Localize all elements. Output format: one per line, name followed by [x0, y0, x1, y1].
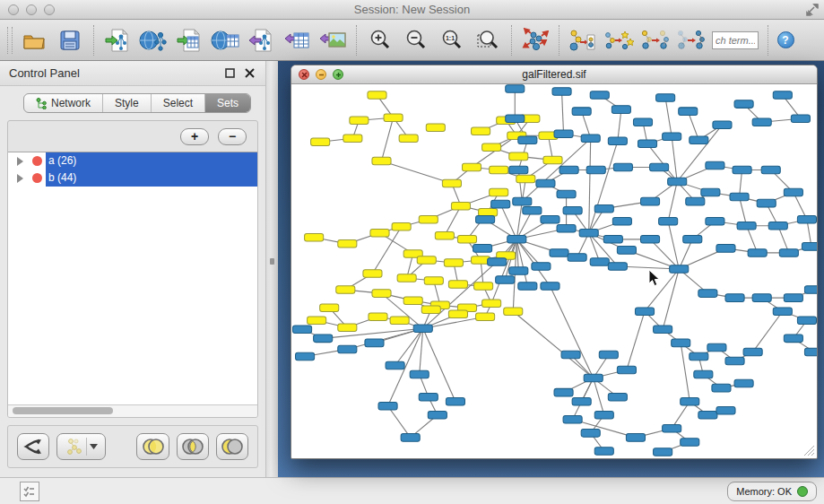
- graph-node[interactable]: [698, 411, 717, 419]
- graph-node[interactable]: [338, 324, 357, 332]
- graph-node[interactable]: [490, 166, 508, 174]
- graph-node[interactable]: [608, 263, 627, 271]
- graph-node[interactable]: [401, 434, 420, 442]
- union-sets-button[interactable]: [136, 433, 169, 460]
- graph-node[interactable]: [446, 397, 464, 405]
- graph-node[interactable]: [737, 222, 756, 230]
- graph-node[interactable]: [424, 277, 443, 285]
- graph-node[interactable]: [448, 281, 467, 289]
- graph-node[interactable]: [426, 124, 445, 132]
- graph-node[interactable]: [638, 140, 656, 148]
- graph-node[interactable]: [659, 217, 678, 225]
- graph-node[interactable]: [541, 215, 559, 223]
- graph-node[interactable]: [397, 274, 416, 282]
- graph-node[interactable]: [482, 143, 501, 152]
- graph-edge[interactable]: [423, 328, 455, 401]
- graph-node[interactable]: [590, 258, 609, 266]
- import-table-from-web-button[interactable]: [207, 23, 243, 57]
- graph-node[interactable]: [296, 352, 315, 361]
- network-graph[interactable]: [291, 84, 817, 458]
- graph-node[interactable]: [603, 236, 622, 244]
- export-table-button[interactable]: [279, 23, 315, 57]
- graph-node[interactable]: [725, 294, 744, 302]
- graph-edge[interactable]: [618, 109, 621, 141]
- network-window-titlebar[interactable]: galFiltered.sif: [291, 65, 817, 84]
- fullscreen-toggle-icon[interactable]: [804, 3, 819, 17]
- graph-node[interactable]: [654, 448, 672, 456]
- graph-edge[interactable]: [740, 197, 747, 226]
- network-canvas[interactable]: [291, 84, 817, 458]
- graph-node[interactable]: [491, 200, 510, 208]
- graph-node[interactable]: [419, 215, 438, 223]
- graph-node[interactable]: [784, 188, 802, 196]
- graph-node[interactable]: [707, 343, 726, 352]
- graph-node[interactable]: [586, 166, 605, 174]
- graph-node[interactable]: [343, 135, 362, 143]
- toolbar-drag-handle[interactable]: [7, 27, 13, 54]
- import-table-from-file-button[interactable]: [171, 23, 207, 57]
- graph-node[interactable]: [518, 136, 537, 144]
- graph-node[interactable]: [518, 282, 537, 291]
- graph-edge[interactable]: [382, 117, 394, 161]
- graph-node[interactable]: [378, 402, 397, 410]
- graph-node[interactable]: [550, 249, 568, 257]
- graph-node[interactable]: [608, 393, 627, 401]
- graph-node[interactable]: [369, 313, 387, 321]
- graph-node[interactable]: [656, 94, 675, 102]
- graph-node[interactable]: [336, 286, 355, 294]
- remove-set-button[interactable]: −: [218, 128, 247, 145]
- graph-node[interactable]: [504, 308, 523, 316]
- graph-node[interactable]: [563, 206, 582, 214]
- graph-node[interactable]: [768, 222, 787, 230]
- graph-edge[interactable]: [663, 269, 679, 329]
- expand-triangle-icon[interactable]: [17, 157, 23, 166]
- scrollbar-thumb[interactable]: [13, 407, 113, 414]
- graph-node[interactable]: [559, 166, 578, 174]
- graph-node[interactable]: [541, 282, 559, 291]
- graph-node[interactable]: [686, 197, 705, 205]
- graph-node[interactable]: [305, 234, 324, 242]
- export-network-button[interactable]: [243, 23, 279, 57]
- graph-node[interactable]: [581, 430, 600, 438]
- tab-select[interactable]: Select: [152, 94, 205, 112]
- graph-node[interactable]: [635, 308, 654, 316]
- graph-edge[interactable]: [627, 311, 645, 369]
- tab-style[interactable]: Style: [103, 94, 152, 112]
- graph-node[interactable]: [462, 163, 481, 171]
- graph-node[interactable]: [532, 263, 551, 271]
- graph-node[interactable]: [506, 115, 525, 123]
- graph-edge[interactable]: [672, 136, 677, 181]
- window-resize-grip[interactable]: [801, 442, 815, 456]
- import-network-from-file-button[interactable]: [100, 23, 135, 57]
- graph-node[interactable]: [472, 127, 490, 135]
- graph-node[interactable]: [490, 188, 508, 196]
- graph-node[interactable]: [543, 156, 562, 164]
- graph-node[interactable]: [506, 85, 525, 93]
- zoom-actual-size-button[interactable]: 1:1: [434, 23, 470, 57]
- close-panel-button[interactable]: [242, 66, 256, 81]
- graph-node[interactable]: [791, 115, 810, 123]
- graph-node[interactable]: [448, 310, 467, 318]
- zoom-out-button[interactable]: [398, 23, 434, 57]
- graph-node[interactable]: [590, 91, 609, 100]
- graph-edge[interactable]: [388, 406, 411, 438]
- add-set-button[interactable]: +: [180, 128, 209, 145]
- help-button[interactable]: ?: [774, 29, 797, 52]
- graph-node[interactable]: [797, 317, 816, 325]
- graph-node[interactable]: [663, 133, 681, 141]
- graph-node[interactable]: [761, 166, 780, 174]
- intersect-sets-button[interactable]: [177, 433, 209, 460]
- graph-edge[interactable]: [647, 143, 677, 181]
- graph-node[interactable]: [479, 208, 498, 216]
- graph-node[interactable]: [476, 215, 495, 223]
- graph-node[interactable]: [734, 100, 753, 109]
- graph-node[interactable]: [419, 393, 438, 401]
- graph-node[interactable]: [390, 317, 409, 325]
- tab-network[interactable]: Network: [24, 94, 103, 112]
- graph-edge[interactable]: [681, 343, 690, 401]
- graph-node[interactable]: [663, 425, 681, 433]
- difference-sets-button[interactable]: [216, 433, 248, 460]
- graph-edge[interactable]: [589, 138, 591, 233]
- graph-node[interactable]: [293, 326, 312, 334]
- open-session-button[interactable]: [16, 23, 52, 57]
